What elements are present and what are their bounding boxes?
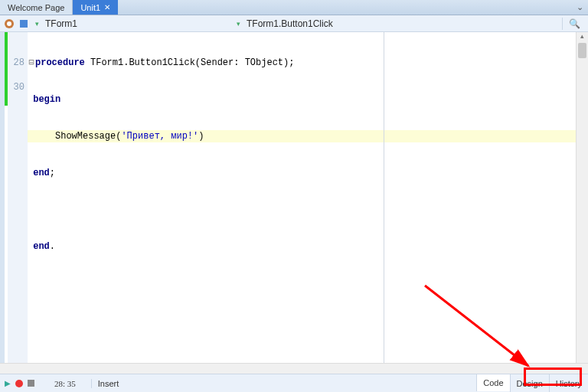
line-number: 30 <box>8 81 24 93</box>
keyword: procedure <box>35 57 85 68</box>
tab-unit1[interactable]: Unit1✕ <box>73 0 118 15</box>
code-text: ) <box>198 131 204 142</box>
code-text: TForm1.Button1Click(Sender: TObject); <box>85 57 295 68</box>
code-text: ShowMessage( <box>28 131 121 142</box>
vertical-scrollbar[interactable]: ▴ ▾ <box>576 32 588 374</box>
document-tabs: Welcome Page Unit1✕ ⌄ <box>0 0 588 15</box>
view-tab-design[interactable]: Design <box>510 374 549 392</box>
search-icon[interactable]: 🔍 <box>564 18 585 29</box>
editor-splitter[interactable] <box>384 32 384 374</box>
fold-icon[interactable]: ⊟ <box>28 57 35 69</box>
tab-label: Code <box>483 378 503 387</box>
dropdown-icon[interactable]: ▾ <box>234 20 243 28</box>
scroll-up-icon[interactable]: ▴ <box>577 32 588 43</box>
svg-rect-2 <box>20 20 28 28</box>
keyword: end <box>33 168 50 178</box>
line-numbers: 28 30 <box>8 32 28 374</box>
svg-point-1 <box>7 21 11 26</box>
macro-play-icon[interactable]: ▶ <box>5 379 11 387</box>
tab-label: Unit1 <box>80 3 100 12</box>
insert-mode: Insert <box>91 379 119 388</box>
code-text: ; <box>50 168 55 178</box>
tab-label: Welcome Page <box>8 3 64 12</box>
separator <box>562 18 563 30</box>
status-bar: ▶ 28: 35 Insert Code Design History <box>0 374 588 392</box>
tab-welcome[interactable]: Welcome Page <box>0 0 73 15</box>
class-icon <box>3 18 15 30</box>
string-literal: 'Привет, мир!' <box>121 131 198 142</box>
macro-record-icon[interactable] <box>15 380 23 387</box>
horizontal-scrollbar[interactable] <box>0 363 588 374</box>
view-tab-history[interactable]: History <box>549 374 588 392</box>
nav-method[interactable]: TForm1.Button1Click <box>243 18 336 29</box>
code-navigator: ▾ TForm1 ▾ TForm1.Button1Click 🔍 <box>0 15 588 32</box>
macro-stop-icon[interactable] <box>28 380 34 387</box>
code-editor[interactable]: 28 30 ⊟procedure TForm1.Button1Click(Sen… <box>0 32 588 374</box>
method-icon <box>18 18 30 30</box>
tab-label: History <box>556 379 582 388</box>
code-content[interactable]: ⊟procedure TForm1.Button1Click(Sender: T… <box>28 32 588 374</box>
nav-class[interactable]: TForm1 <box>42 18 80 29</box>
scrollbar-thumb[interactable] <box>578 43 586 58</box>
cursor-position: 28: 35 <box>54 379 76 388</box>
chevron-down-icon[interactable]: ⌄ <box>571 0 588 15</box>
view-tab-code[interactable]: Code <box>476 374 509 391</box>
close-icon[interactable]: ✕ <box>104 3 110 11</box>
tab-label: Design <box>517 379 543 388</box>
code-text: . <box>50 241 55 252</box>
dropdown-icon[interactable]: ▾ <box>32 20 42 28</box>
keyword: end <box>33 241 50 252</box>
line-number: 28 <box>8 57 24 69</box>
keyword: begin <box>33 94 60 105</box>
